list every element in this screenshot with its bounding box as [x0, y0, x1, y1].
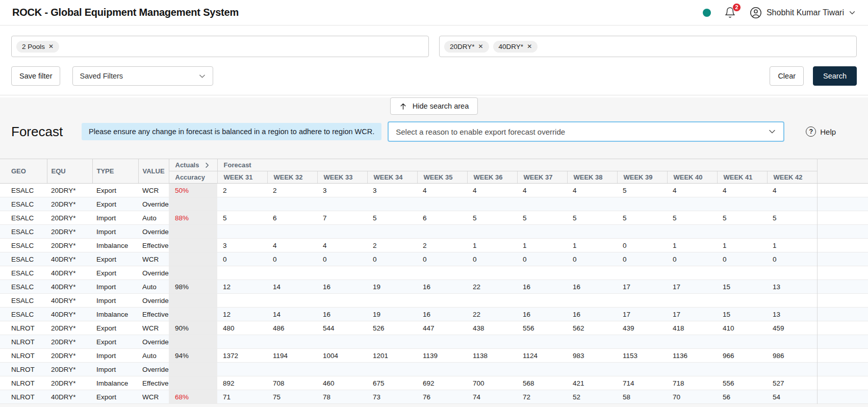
- cell-week-value: [667, 197, 717, 211]
- cell-week-value: 16: [517, 308, 567, 321]
- chevron-down-icon: [849, 9, 856, 16]
- cell-week-value: [567, 294, 617, 308]
- hide-search-area-button[interactable]: Hide search area: [390, 97, 478, 115]
- cell-value: WCR: [138, 252, 169, 266]
- override-reason-dropdown[interactable]: Select a reason to enable export forecas…: [388, 121, 784, 142]
- cell-week-value: 556: [717, 376, 767, 390]
- cell-week-value: 562: [567, 321, 617, 335]
- cell-geo: ESALC: [0, 225, 47, 239]
- cell-value: Override: [138, 363, 169, 376]
- help-button[interactable]: ? Help: [806, 126, 836, 137]
- cell-week-value: [317, 266, 367, 280]
- cell-value: Effective: [138, 308, 169, 321]
- cell-week-value: 5: [667, 211, 717, 225]
- cell-week-value: [667, 225, 717, 239]
- cell-week-value: 16: [317, 308, 367, 321]
- cell-type: Imbalance: [92, 376, 138, 390]
- cell-week-value: [517, 363, 567, 376]
- cell-week-value: [217, 363, 267, 376]
- search-area: 2 Pools✕ 20DRY*✕40DRY*✕ Save filter Save…: [0, 26, 868, 95]
- cell-week-value: 526: [367, 321, 417, 335]
- cell-week-value: [417, 225, 467, 239]
- cell-accuracy: [169, 266, 217, 280]
- cell-week-value: 460: [317, 376, 367, 390]
- cell-accuracy: 68%: [169, 390, 217, 404]
- filter-chip-label: 40DRY*: [499, 43, 524, 50]
- cell-week-value: 16: [417, 308, 467, 321]
- cell-week-value: 6: [267, 211, 317, 225]
- cell-week-value: 418: [667, 321, 717, 335]
- remove-chip-icon[interactable]: ✕: [48, 43, 54, 50]
- cell-week-value: 438: [467, 321, 517, 335]
- actuals-group-label: Actuals: [175, 161, 199, 169]
- cell-week-value: 556: [517, 321, 567, 335]
- cell-accuracy: [169, 335, 217, 349]
- cell-week-value: 675: [367, 376, 417, 390]
- override-reason-placeholder: Select a reason to enable export forecas…: [396, 128, 565, 136]
- pools-filter-input[interactable]: 2 Pools✕: [11, 36, 429, 57]
- equipment-filter-input[interactable]: 20DRY*✕40DRY*✕: [439, 36, 857, 57]
- filter-chip[interactable]: 40DRY*✕: [493, 41, 538, 53]
- remove-chip-icon[interactable]: ✕: [527, 43, 532, 50]
- save-filter-button[interactable]: Save filter: [11, 66, 60, 86]
- cell-geo: ESALC: [0, 211, 47, 225]
- cell-week-value: 19: [367, 308, 417, 321]
- actuals-group-header[interactable]: Actuals: [169, 159, 217, 171]
- cell-week-value: 718: [667, 376, 717, 390]
- user-menu[interactable]: Shobhit Kumar Tiwari: [750, 7, 856, 19]
- table-row: NLROT40DRY*ExportWCR68%71757873767472525…: [0, 390, 868, 404]
- arrow-up-icon: [399, 103, 407, 110]
- cell-week-value: [417, 294, 467, 308]
- cell-week-value: 76: [417, 390, 467, 404]
- cell-week-value: [317, 197, 367, 211]
- cell-value: Effective: [138, 376, 169, 390]
- search-button[interactable]: Search: [813, 66, 857, 86]
- cell-week-value: 5: [217, 211, 267, 225]
- filter-chip[interactable]: 20DRY*✕: [444, 41, 489, 53]
- cell-week-value: 2: [217, 184, 267, 197]
- cell-week-value: 692: [417, 376, 467, 390]
- table-row: ESALC40DRY*ImportAuto98%1214161916221616…: [0, 280, 868, 294]
- cell-week-value: [367, 335, 417, 349]
- cell-equ: 20DRY*: [47, 197, 92, 211]
- cell-equ: 20DRY*: [47, 335, 92, 349]
- chevron-down-icon: [198, 72, 206, 80]
- cell-type: Import: [92, 294, 138, 308]
- cell-week-value: [617, 294, 667, 308]
- cell-geo: ESALC: [0, 184, 47, 197]
- table-row: ESALC20DRY*ExportOverride: [0, 197, 868, 211]
- cell-week-value: 708: [267, 376, 317, 390]
- cell-equ: 40DRY*: [47, 266, 92, 280]
- cell-week-value: 986: [767, 349, 817, 363]
- remove-chip-icon[interactable]: ✕: [478, 43, 483, 50]
- cell-week-value: 486: [267, 321, 317, 335]
- week-column-header: WEEK 39: [617, 171, 667, 184]
- cell-value: Auto: [138, 349, 169, 363]
- cell-week-value: 75: [267, 390, 317, 404]
- cell-week-value: [767, 225, 817, 239]
- cell-week-value: [767, 363, 817, 376]
- cell-filler: [817, 321, 868, 335]
- cell-week-value: 4: [717, 184, 767, 197]
- week-column-header: WEEK 38: [567, 171, 617, 184]
- cell-accuracy: [169, 363, 217, 376]
- notifications-button[interactable]: 2: [724, 7, 736, 19]
- cell-week-value: 568: [517, 376, 567, 390]
- filter-chip-label: 2 Pools: [22, 43, 45, 50]
- cell-week-value: 16: [317, 280, 367, 294]
- saved-filters-dropdown[interactable]: Saved Filters: [72, 66, 213, 86]
- page-title: Forecast: [11, 124, 82, 140]
- cell-geo: ESALC: [0, 294, 47, 308]
- cell-equ: 40DRY*: [47, 280, 92, 294]
- cell-week-value: [567, 266, 617, 280]
- cell-type: Export: [92, 321, 138, 335]
- cell-week-value: 1: [567, 239, 617, 252]
- filter-chip[interactable]: 2 Pools✕: [16, 41, 59, 53]
- cell-week-value: 1201: [367, 349, 417, 363]
- cell-type: Export: [92, 266, 138, 280]
- cell-week-value: 1: [717, 239, 767, 252]
- question-mark-icon: ?: [806, 126, 816, 137]
- clear-button[interactable]: Clear: [770, 66, 804, 86]
- cell-week-value: 12: [217, 308, 267, 321]
- cell-week-value: 421: [567, 376, 617, 390]
